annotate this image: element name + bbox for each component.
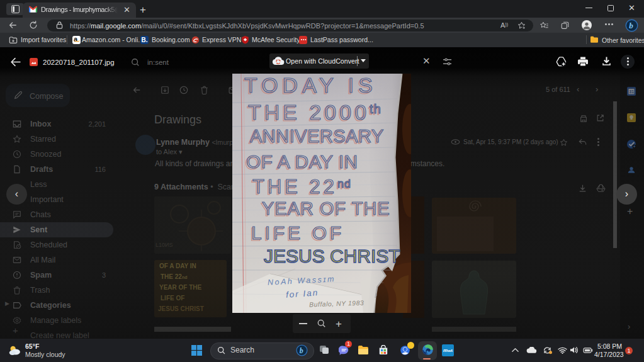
svg-text:b: b <box>300 346 303 355</box>
svg-text:L10ИS: L10ИS <box>155 242 173 248</box>
svg-text:b: b <box>629 21 633 30</box>
svg-text:31: 31 <box>630 89 635 94</box>
